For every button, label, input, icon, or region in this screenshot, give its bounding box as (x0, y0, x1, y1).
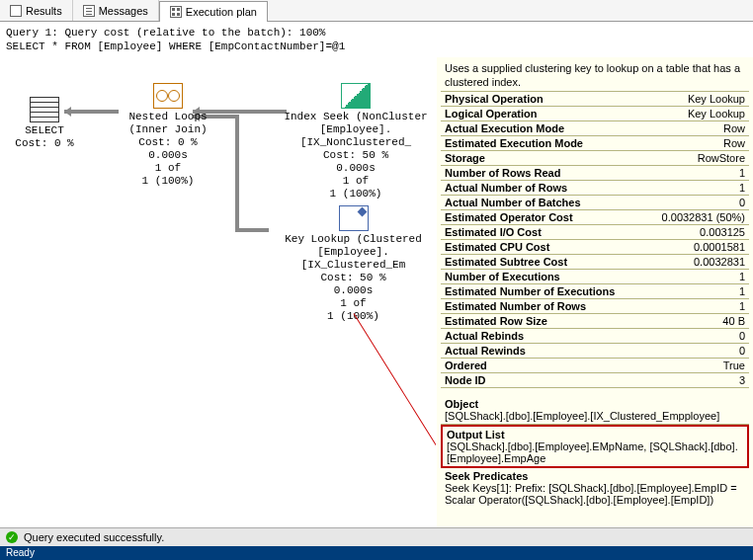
property-value: 1 (739, 271, 745, 282)
property-value: Row (723, 122, 745, 134)
grid-icon (10, 5, 22, 17)
property-row: Estimated Operator Cost0.0032831 (50%) (441, 210, 749, 225)
property-value: RowStore (698, 152, 745, 164)
section-text: [SQLShack].[dbo].[Employee].EMpName, [SQ… (447, 440, 738, 464)
property-row: Physical OperationKey Lookup (441, 92, 749, 107)
node-label2: (Inner Join) (114, 123, 222, 136)
property-key: Logical Operation (445, 108, 538, 120)
section-title: Output List (447, 429, 743, 440)
node-rows1: 1 of (267, 297, 437, 310)
tab-messages[interactable]: Messages (73, 0, 159, 21)
property-row: Estimated Execution ModeRow (441, 136, 749, 151)
node-cost: Cost: 0 % (10, 137, 79, 150)
property-row: StorageRowStore (441, 151, 749, 166)
plan-node-key-lookup[interactable]: Key Lookup (Clustered [Employee].[IX_Clu… (267, 205, 437, 323)
operator-description: Uses a supplied clustering key to lookup… (441, 59, 749, 92)
property-value: 3 (739, 374, 745, 386)
property-row: OrderedTrue (441, 359, 749, 373)
property-key: Estimated Operator Cost (445, 211, 573, 223)
node-label1: Nested Loops (114, 111, 222, 123)
section-title: Object (445, 398, 745, 410)
property-key: Estimated Row Size (445, 315, 547, 327)
property-value: True (723, 360, 745, 371)
node-rows2: 1 (100%) (267, 188, 437, 200)
plan-node-select[interactable]: SELECT Cost: 0 % (10, 97, 79, 150)
tab-results-label: Results (26, 5, 62, 17)
property-key: Estimated CPU Cost (445, 241, 549, 253)
key-lookup-icon (339, 205, 369, 231)
nested-loops-icon (153, 83, 183, 109)
property-row: Actual Number of Rows1 (441, 181, 749, 196)
section-text: [SQLShack].[dbo].[Employee].[IX_Clustere… (445, 410, 719, 422)
property-value: Key Lookup (688, 93, 745, 105)
property-key: Actual Rebinds (445, 330, 524, 342)
property-key: Actual Rewinds (445, 345, 526, 357)
select-icon (30, 97, 59, 122)
result-tabs: Results Messages Execution plan (0, 0, 753, 22)
plan-icon (170, 6, 182, 18)
tab-results[interactable]: Results (0, 0, 73, 21)
property-value: 0 (739, 330, 745, 342)
property-row: Number of Executions1 (441, 270, 749, 284)
property-value: 1 (739, 285, 745, 297)
node-label1: Index Seek (NonCluster (267, 111, 437, 123)
ready-label: Ready (6, 547, 35, 558)
execution-plan-canvas[interactable]: SELECT Cost: 0 % Nested Loops (Inner Joi… (0, 57, 437, 527)
index-seek-icon (341, 83, 371, 109)
node-rows2: 1 (100%) (114, 175, 222, 188)
node-cost: Cost: 50 % (267, 272, 437, 284)
property-row: Node ID3 (441, 373, 749, 388)
property-row: Estimated Number of Rows1 (441, 299, 749, 314)
messages-icon (83, 5, 95, 17)
property-row: Estimated Number of Executions1 (441, 284, 749, 299)
property-key: Actual Execution Mode (445, 122, 564, 134)
node-label: SELECT (10, 124, 79, 137)
node-cost: Cost: 50 % (267, 149, 437, 162)
node-rows1: 1 of (267, 175, 437, 188)
section-title: Seek Predicates (445, 470, 745, 482)
tab-execution-plan[interactable]: Execution plan (159, 1, 268, 22)
node-label1: Key Lookup (Clustered (267, 233, 437, 246)
property-value: Key Lookup (688, 108, 745, 120)
property-value: 0 (739, 345, 745, 357)
property-value: 40 B (722, 315, 745, 327)
property-row: Estimated Row Size40 B (441, 314, 749, 329)
property-value: Row (723, 137, 745, 149)
property-key: Ordered (445, 360, 487, 371)
property-key: Estimated Number of Executions (445, 285, 615, 297)
property-key: Actual Number of Batches (445, 197, 581, 208)
property-key: Node ID (445, 374, 486, 386)
node-rows2: 1 (100%) (267, 310, 437, 323)
property-value: 0.0001581 (694, 241, 745, 253)
property-key: Physical Operation (445, 93, 544, 105)
property-key: Storage (445, 152, 485, 164)
property-value: 1 (739, 182, 745, 194)
property-row: Actual Execution ModeRow (441, 121, 749, 136)
annotation-line (354, 313, 437, 507)
node-time: 0.000s (267, 162, 437, 175)
operator-properties-panel: Uses a supplied clustering key to lookup… (437, 57, 753, 527)
property-row: Actual Number of Batches0 (441, 196, 749, 210)
property-row: Actual Rebinds0 (441, 329, 749, 344)
status-text: Query executed successfully. (24, 531, 164, 543)
property-row: Estimated CPU Cost0.0001581 (441, 240, 749, 255)
properties-table: Physical OperationKey LookupLogical Oper… (441, 92, 749, 388)
property-key: Estimated Execution Mode (445, 137, 583, 149)
node-label2: [Employee].[IX_Clustered_Em (267, 246, 437, 272)
property-key: Number of Rows Read (445, 167, 560, 179)
section-text: Seek Keys[1]: Prefix: [SQLShack].[dbo].[… (445, 482, 737, 506)
property-key: Estimated Subtree Cost (445, 256, 567, 268)
property-row: Number of Rows Read1 (441, 166, 749, 181)
property-value: 0.0032831 (50%) (662, 211, 745, 223)
property-row: Actual Rewinds0 (441, 344, 749, 359)
property-value: 0 (739, 197, 745, 208)
property-key: Actual Number of Rows (445, 182, 567, 194)
section-seek-predicates: Seek Predicates Seek Keys[1]: Prefix: [S… (441, 468, 749, 508)
property-value: 1 (739, 300, 745, 312)
plan-node-index-seek[interactable]: Index Seek (NonCluster [Employee].[IX_No… (267, 83, 437, 200)
node-label2: [Employee].[IX_NonClustered_ (267, 123, 437, 149)
tab-execplan-label: Execution plan (186, 6, 257, 18)
plan-node-nested-loops[interactable]: Nested Loops (Inner Join) Cost: 0 % 0.00… (114, 83, 222, 188)
property-key: Estimated I/O Cost (445, 226, 542, 238)
property-key: Number of Executions (445, 271, 560, 282)
